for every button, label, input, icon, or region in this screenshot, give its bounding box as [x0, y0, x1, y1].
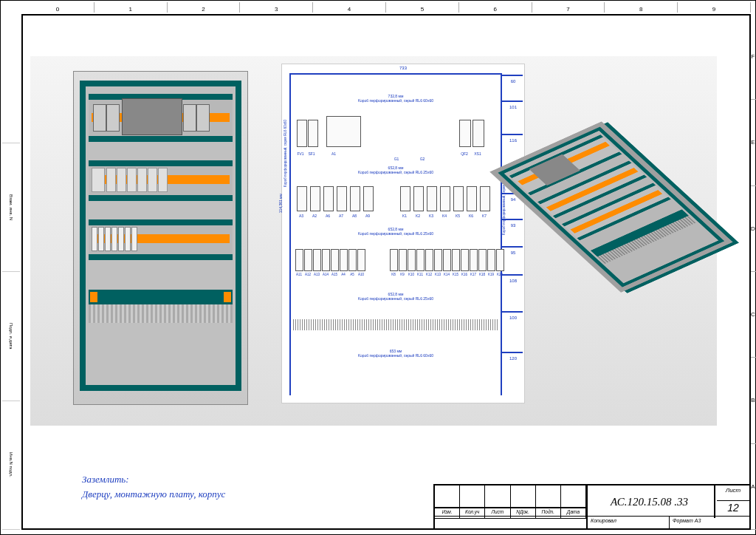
device [106, 168, 116, 192]
device-box [427, 186, 437, 211]
terminal-bar [89, 290, 233, 304]
dim-value: 101 [505, 105, 521, 109]
a1-box [326, 116, 361, 147]
iso-cabinet [489, 121, 732, 292]
device-box [304, 249, 312, 271]
duct-3: 652,8 ммКороб перфорированный, серый RL6… [289, 227, 502, 236]
device-box [416, 249, 425, 271]
left-duct-note-1: Короб перфорированный, серия RL6 60x60 [284, 120, 291, 187]
dim-line [502, 75, 523, 76]
dim-line [502, 274, 523, 276]
device [93, 104, 106, 132]
device-box [331, 249, 339, 271]
device-box [467, 186, 477, 211]
drawing-number: АС.120.15.08 .33 [585, 485, 715, 518]
device-box [487, 249, 495, 271]
device-box [425, 249, 433, 271]
device-box [357, 249, 365, 271]
dim-value: 120 [505, 356, 521, 361]
note-title: Заземлить: [82, 472, 225, 487]
sf1-box [308, 120, 318, 147]
device-box [295, 249, 303, 271]
device-label: K5 [452, 214, 464, 218]
layout-schematic: 733 732,8 ммКороб перфорированный, серый… [281, 64, 525, 403]
titleblock-bottom: Копировал Формат А3 [435, 516, 749, 528]
duct-label: 732,8 ммКороб перфорированный, серый RL6… [289, 94, 502, 103]
breaker [105, 227, 111, 251]
cabinet-interior [86, 86, 236, 385]
device-box [440, 186, 450, 211]
device [158, 168, 168, 192]
device-box [470, 249, 478, 271]
device-box [453, 186, 464, 211]
device-label: A3 [295, 214, 307, 218]
note-body: Дверцу, монтажную плату, корпус [82, 487, 225, 502]
power-supply-block [122, 98, 182, 135]
panel-isometric-view [540, 60, 698, 415]
revision-grid [435, 485, 588, 508]
device [106, 104, 120, 132]
fv1-box [297, 120, 307, 147]
device-label: K7 [478, 214, 490, 218]
breaker [125, 227, 131, 251]
device [127, 168, 137, 192]
device [92, 168, 105, 192]
ground-note: Заземлить: Дверцу, монтажную плату, корп… [82, 472, 225, 501]
device-box [443, 249, 451, 271]
device-box [390, 249, 398, 271]
lbl-sf1: SF1 [306, 151, 317, 156]
duct-5: 653 ммКороб перфорированный, серый RL6 6… [289, 349, 502, 358]
breaker [118, 227, 124, 251]
din-row-1 [89, 94, 233, 142]
device-label: K6 [465, 214, 477, 218]
device-box [348, 249, 357, 271]
iso-terminal-bar [591, 209, 689, 256]
dim-value: 108 [505, 279, 521, 283]
device-label: A6 [322, 214, 334, 218]
device-box [452, 249, 460, 271]
device-box [400, 186, 410, 211]
title-block: Изм. Кол.уч Лист NДок. Подп. Дата АС.120… [433, 484, 751, 530]
device-box [313, 249, 321, 271]
qf2-box [459, 120, 471, 147]
device-box [478, 249, 487, 271]
device [183, 104, 196, 132]
device-box [310, 186, 320, 211]
device [148, 168, 157, 192]
device-label: A8 [348, 214, 360, 218]
xs1-box [472, 120, 484, 147]
breaker [131, 227, 137, 251]
device-box [434, 249, 442, 271]
device-box [399, 249, 407, 271]
device-box [340, 249, 348, 271]
terminal-row [89, 290, 233, 327]
device-box [461, 249, 469, 271]
device-label: A2 [309, 214, 320, 218]
terminal-slots [89, 304, 233, 323]
din-row-3 [89, 219, 233, 260]
device-label: K2 [412, 214, 424, 218]
device-label: K4 [439, 214, 450, 218]
lbl-fv1: FV1 [295, 151, 306, 156]
dim-value: 60 [505, 79, 521, 84]
format-label: Формат А3 [670, 517, 749, 528]
duct-4: 652,8 ммКороб перфорированный, серый RL6… [289, 292, 502, 301]
dim-line [502, 246, 523, 248]
device-box [337, 186, 347, 211]
lbl-g2: G2 [415, 157, 430, 161]
device [196, 104, 210, 132]
copied-by: Копировал [588, 517, 670, 528]
lbl-g1: G1 [389, 157, 404, 161]
cabinet-frame [80, 81, 241, 391]
breaker [98, 227, 104, 251]
end-bracket [90, 292, 97, 302]
din-row-2 [89, 160, 233, 201]
drawing-content: 733 732,8 ммКороб перфорированный, серый… [30, 56, 717, 426]
device-label: A10 [356, 273, 366, 276]
device-box [322, 249, 330, 271]
lbl-a1: A1 [326, 151, 341, 156]
device-box [496, 249, 504, 271]
end-bracket [224, 292, 231, 302]
device [137, 168, 147, 192]
lbl-qf2: QF2 [458, 151, 471, 156]
